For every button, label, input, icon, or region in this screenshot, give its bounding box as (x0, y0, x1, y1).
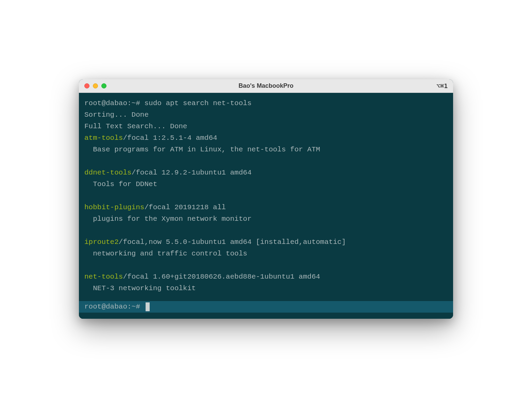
command-text: sudo apt search net-tools (144, 99, 251, 107)
package-desc: Tools for DDNet (79, 179, 453, 190)
command-line: root@dabao:~# sudo apt search net-tools (79, 98, 453, 109)
blank-line (79, 225, 453, 236)
package-name: ddnet-tools (84, 169, 132, 177)
package-header: ddnet-tools/focal 12.9.2-1ubuntu1 amd64 (79, 167, 453, 179)
package-meta: /focal 20191218 all (144, 203, 226, 211)
package-desc: plugins for the Xymon network monitor (79, 213, 453, 225)
package-header: net-tools/focal 1.60+git20180626.aebd88e… (79, 271, 453, 283)
package-desc: NET-3 networking toolkit (79, 283, 453, 294)
package-name: hobbit-plugins (84, 203, 144, 211)
blank-line (79, 190, 453, 202)
package-desc: Base programs for ATM in Linux, the net-… (79, 144, 453, 155)
maximize-icon[interactable] (101, 83, 106, 88)
titlebar: Bao's MacbookPro ⌥⌘1 (79, 79, 453, 93)
package-meta: /focal 1.60+git20180626.aebd88e-1ubuntu1… (123, 273, 320, 281)
window-title: Bao's MacbookPro (238, 82, 293, 89)
package-header: iproute2/focal,now 5.5.0-1ubuntu1 amd64 … (79, 236, 453, 248)
minimize-icon[interactable] (93, 83, 98, 88)
status-line: Sorting... Done (79, 109, 453, 121)
active-prompt-line[interactable]: root@dabao:~# (79, 301, 453, 313)
prompt-text: root@dabao:~# (84, 99, 144, 107)
package-meta: /focal 1:2.5.1-4 amd64 (123, 134, 217, 142)
package-meta: /focal 12.9.2-1ubuntu1 amd64 (132, 169, 252, 177)
package-header: atm-tools/focal 1:2.5.1-4 amd64 (79, 132, 453, 144)
package-meta: /focal,now 5.5.0-1ubuntu1 amd64 [install… (119, 238, 346, 246)
terminal-window: Bao's MacbookPro ⌥⌘1 root@dabao:~# sudo … (79, 79, 453, 319)
package-name: iproute2 (84, 238, 119, 246)
package-name: net-tools (84, 273, 123, 281)
package-header: hobbit-plugins/focal 20191218 all (79, 202, 453, 213)
package-name: atm-tools (84, 134, 123, 142)
shortcut-label: ⌥⌘1 (436, 82, 448, 89)
blank-line (79, 260, 453, 271)
active-prompt-text: root@dabao:~# (84, 301, 144, 313)
close-icon[interactable] (84, 83, 89, 88)
cursor-icon (146, 302, 150, 311)
package-desc: networking and traffic control tools (79, 248, 453, 260)
blank-line (79, 155, 453, 167)
status-line: Full Text Search... Done (79, 121, 453, 132)
terminal-body[interactable]: root@dabao:~# sudo apt search net-tools … (79, 93, 453, 319)
traffic-lights (84, 83, 106, 88)
